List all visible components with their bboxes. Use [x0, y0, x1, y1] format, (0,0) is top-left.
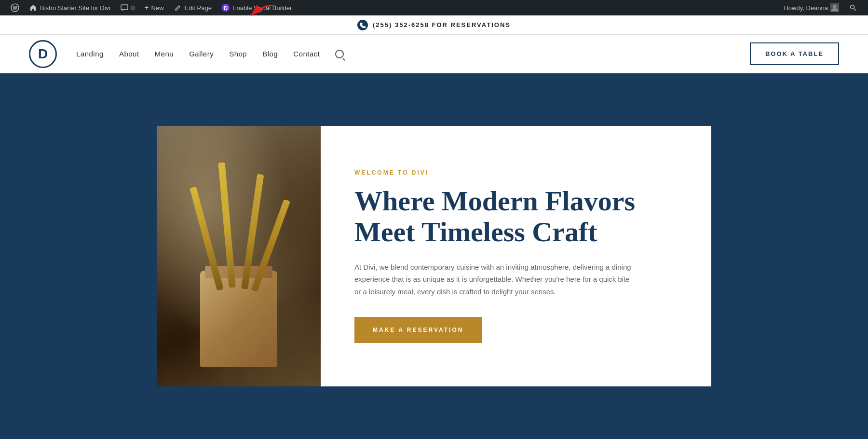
- hero-description: At Divi, we blend contemporary cuisine w…: [354, 261, 634, 298]
- nav-search-icon[interactable]: [335, 50, 344, 58]
- svg-point-6: [833, 5, 836, 8]
- admin-search[interactable]: [844, 0, 862, 15]
- main-navigation: D Landing About Menu Gallery Shop Blog C…: [0, 35, 868, 73]
- plus-icon: +: [144, 3, 149, 12]
- nav-blog[interactable]: Blog: [262, 50, 278, 58]
- welcome-label: WELCOME TO DIVI: [354, 169, 678, 176]
- howdy-label: Howdy, Deanna: [784, 4, 828, 12]
- headline-line-1: Where Modern Flavors: [354, 185, 635, 217]
- wp-logo[interactable]: W: [6, 0, 24, 15]
- howdy-user[interactable]: Howdy, Deanna: [779, 0, 844, 15]
- hero-image: [157, 126, 321, 386]
- user-avatar: [830, 3, 839, 12]
- edit-page-label: Edit Page: [185, 4, 212, 12]
- comments-count: 0: [131, 4, 135, 12]
- nav-links: Landing About Menu Gallery Shop Blog Con…: [76, 50, 750, 58]
- admin-search-icon: [849, 3, 857, 12]
- nav-contact[interactable]: Contact: [293, 50, 320, 58]
- hero-section: WELCOME TO DIVI Where Modern Flavors Mee…: [0, 73, 868, 439]
- nav-landing[interactable]: Landing: [76, 50, 104, 58]
- admin-bar: W Bistro Starter Site for Divi 0 + New: [0, 0, 868, 15]
- book-table-button[interactable]: BOOK A TABLE: [750, 42, 839, 65]
- hero-headline: Where Modern Flavors Meet Timeless Craft: [354, 186, 678, 247]
- phone-icon: [357, 20, 368, 30]
- pencil-icon: [174, 3, 182, 12]
- visual-builder-label: Enable Visual Builder: [232, 4, 292, 12]
- reservation-button[interactable]: MAKE A RESERVATION: [354, 317, 482, 343]
- nav-about[interactable]: About: [119, 50, 139, 58]
- nav-shop[interactable]: Shop: [229, 50, 247, 58]
- nav-gallery[interactable]: Gallery: [189, 50, 214, 58]
- svg-point-7: [851, 5, 854, 9]
- svg-text:W: W: [13, 5, 17, 11]
- new-label: New: [151, 4, 164, 12]
- top-contact-bar: (255) 352-6258 FOR RESERVATIONS: [0, 15, 868, 35]
- site-name-bar[interactable]: Bistro Starter Site for Divi: [24, 0, 115, 15]
- headline-line-2: Meet Timeless Craft: [354, 216, 597, 247]
- comments-bar[interactable]: 0: [115, 0, 139, 15]
- phone-number: (255) 352-6258 FOR RESERVATIONS: [373, 21, 511, 28]
- admin-bar-right: Howdy, Deanna: [779, 0, 862, 15]
- hero-card: WELCOME TO DIVI Where Modern Flavors Mee…: [157, 126, 711, 386]
- comments-icon: [120, 3, 129, 12]
- home-icon: [29, 3, 38, 12]
- site-name-label: Bistro Starter Site for Divi: [40, 4, 110, 12]
- logo-letter: D: [38, 46, 48, 62]
- divi-icon: D: [221, 3, 230, 12]
- paper-bag: [200, 271, 277, 367]
- wp-logo-icon: W: [11, 3, 19, 12]
- svg-text:D: D: [224, 5, 228, 11]
- new-bar[interactable]: + New: [139, 0, 168, 15]
- site-logo[interactable]: D: [29, 40, 57, 68]
- visual-builder-bar[interactable]: D Enable Visual Builder: [217, 0, 297, 15]
- edit-page-bar[interactable]: Edit Page: [169, 0, 217, 15]
- nav-menu[interactable]: Menu: [155, 50, 174, 58]
- breadstick-illustration: [190, 198, 287, 367]
- svg-rect-2: [121, 5, 128, 10]
- hero-content: WELCOME TO DIVI Where Modern Flavors Mee…: [321, 126, 711, 386]
